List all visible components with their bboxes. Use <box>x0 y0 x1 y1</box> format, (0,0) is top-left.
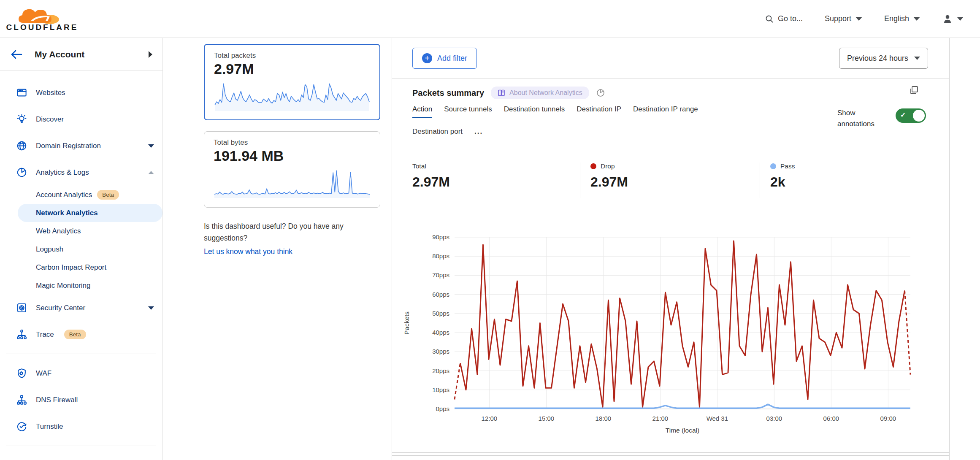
sidebar-subitem-account-analytics[interactable]: Account AnalyticsBeta <box>0 186 162 204</box>
packets-line-chart: 0pps10pps20pps30pps40pps50pps60pps70pps8… <box>392 225 949 436</box>
summary-column: Total packets 2.97M Total bytes 191.94 M… <box>204 44 380 257</box>
sidebar-item-dns-firewall[interactable]: DNS Firewall <box>0 387 162 413</box>
tab-destination-port[interactable]: Destination port <box>412 127 463 139</box>
sidebar-item-discover[interactable]: Discover <box>0 106 162 133</box>
sidebar-subitem-network-analytics[interactable]: Network Analytics <box>18 204 162 222</box>
main-content: + Add filter Previous 24 hours Packets s… <box>392 38 950 460</box>
sidebar-subitem-label: Magic Monitoring <box>36 281 90 290</box>
pie-icon <box>16 167 27 178</box>
sidebar-subitem-label: Network Analytics <box>36 209 98 217</box>
sidebar-item-label: DNS Firewall <box>36 396 78 404</box>
stat-drop: Drop 2.97M <box>590 162 628 190</box>
account-header: My Account <box>0 38 162 71</box>
goto-label: Go to... <box>778 14 803 23</box>
sidebar-item-websites[interactable]: Websites <box>0 79 162 106</box>
sidebar-subitem-label: Account Analytics <box>36 191 92 199</box>
time-range-label: Previous 24 hours <box>847 54 908 63</box>
about-network-analytics-badge[interactable]: About Network Analytics <box>491 87 589 99</box>
sidebar-subitem-label: Carbon Impact Report <box>36 263 106 272</box>
line-chart-svg[interactable]: 0pps10pps20pps30pps40pps50pps60pps70pps8… <box>392 225 949 436</box>
summary-card-total-bytes[interactable]: Total bytes 191.94 MB <box>204 131 380 208</box>
sidebar-item-label: Analytics & Logs <box>36 168 89 177</box>
cloudflare-cloud-icon <box>17 6 68 24</box>
sparkline-chart <box>214 166 371 199</box>
sidebar-subitem-magic-monitoring[interactable]: Magic Monitoring <box>0 276 162 295</box>
stat-divider <box>760 162 760 198</box>
card-value: 2.97M <box>214 61 370 77</box>
pass-dot-icon <box>770 163 776 169</box>
support-label: Support <box>825 14 851 23</box>
summary-card-total-packets[interactable]: Total packets 2.97M <box>204 44 380 120</box>
back-arrow-icon[interactable] <box>10 49 23 60</box>
tab-action[interactable]: Action <box>412 105 432 118</box>
svg-text:06:00: 06:00 <box>823 415 839 422</box>
card-title: Total packets <box>214 51 370 60</box>
svg-text:03:00: 03:00 <box>766 415 782 422</box>
svg-text:0pps: 0pps <box>436 405 449 412</box>
account-title: My Account <box>35 49 149 60</box>
show-annotations-toggle[interactable]: ✓ <box>896 108 926 123</box>
expand-icon[interactable] <box>909 85 920 96</box>
svg-text:10pps: 10pps <box>432 386 449 393</box>
sidebar-item-analytics-logs[interactable]: Analytics & Logs <box>0 159 162 186</box>
show-annotations-label: Show annotations <box>837 108 885 129</box>
sidebar-item-label: Websites <box>36 89 65 97</box>
svg-text:12:00: 12:00 <box>482 415 498 422</box>
chevron-down-icon <box>148 144 154 148</box>
sidebar-divider <box>6 354 156 354</box>
svg-text:09:00: 09:00 <box>880 415 896 422</box>
pie-chart-icon[interactable] <box>596 88 605 97</box>
tabs-more-button[interactable]: ... <box>474 127 483 139</box>
sidebar-subitem-logpush[interactable]: Logpush <box>0 240 162 258</box>
stat-label: Total <box>412 162 426 170</box>
tab-destination-ip[interactable]: Destination IP <box>577 105 621 118</box>
feedback-block: Is this dashboard useful? Do you have an… <box>204 220 385 257</box>
sidebar-item-more[interactable] <box>0 452 162 460</box>
time-range-dropdown[interactable]: Previous 24 hours <box>839 48 928 69</box>
sidebar-subitem-web-analytics[interactable]: Web Analytics <box>0 222 162 240</box>
svg-text:50pps: 50pps <box>432 310 449 317</box>
sidebar-item-waf[interactable]: WAF <box>0 360 162 387</box>
websites-icon <box>16 87 27 98</box>
account-menu[interactable] <box>942 14 963 24</box>
sidebar-subitem-carbon-impact-report[interactable]: Carbon Impact Report <box>0 258 162 276</box>
chevron-down-icon <box>957 17 963 21</box>
turnstile-icon <box>16 421 27 432</box>
tab-destination-ip-range[interactable]: Destination IP range <box>633 105 698 118</box>
svg-text:Wed 31: Wed 31 <box>707 415 728 422</box>
sidebar-nav: Websites Discover Domain Registration An… <box>0 71 162 460</box>
sidebar-item-trace[interactable]: TraceBeta <box>0 321 162 348</box>
trace-icon <box>16 329 27 340</box>
sidebar-item-label: Turnstile <box>36 422 63 431</box>
svg-text:Packets: Packets <box>403 311 410 335</box>
stat-label: Drop <box>601 162 615 170</box>
sidebar-subitem-label: Web Analytics <box>36 227 81 235</box>
stat-divider <box>580 162 580 198</box>
feedback-link[interactable]: Let us know what you think <box>204 246 292 257</box>
sidebar-item-domain-registration[interactable]: Domain Registration <box>0 133 162 159</box>
shield-icon <box>16 368 27 379</box>
goto-search[interactable]: Go to... <box>765 14 803 23</box>
cloudflare-logo[interactable]: CLOUDFLARE <box>8 6 76 32</box>
sparkline-chart <box>214 79 370 112</box>
tab-source-tunnels[interactable]: Source tunnels <box>444 105 492 118</box>
sidebar-subitem-label: Logpush <box>36 245 63 254</box>
filter-toolbar: + Add filter Previous 24 hours <box>392 38 949 79</box>
chevron-up-icon <box>148 171 154 174</box>
sidebar-item-label: Discover <box>36 115 64 124</box>
dimension-tabs: ActionSource tunnelsDestination tunnelsD… <box>412 105 742 139</box>
sidebar-item-security-center[interactable]: Security Center <box>0 295 162 321</box>
nodes-icon <box>16 394 27 406</box>
about-badge-label: About Network Analytics <box>509 89 582 97</box>
tab-destination-tunnels[interactable]: Destination tunnels <box>504 105 565 118</box>
stat-value: 2k <box>770 174 795 190</box>
add-filter-button[interactable]: + Add filter <box>412 48 477 69</box>
chevron-down-icon <box>913 17 920 21</box>
search-icon <box>765 15 774 23</box>
language-menu[interactable]: English <box>884 14 920 23</box>
svg-text:70pps: 70pps <box>432 271 449 279</box>
sidebar-item-turnstile[interactable]: Turnstile <box>0 413 162 440</box>
chevron-right-icon[interactable] <box>149 51 152 58</box>
support-menu[interactable]: Support <box>825 14 862 23</box>
svg-text:Time (local): Time (local) <box>666 427 699 434</box>
